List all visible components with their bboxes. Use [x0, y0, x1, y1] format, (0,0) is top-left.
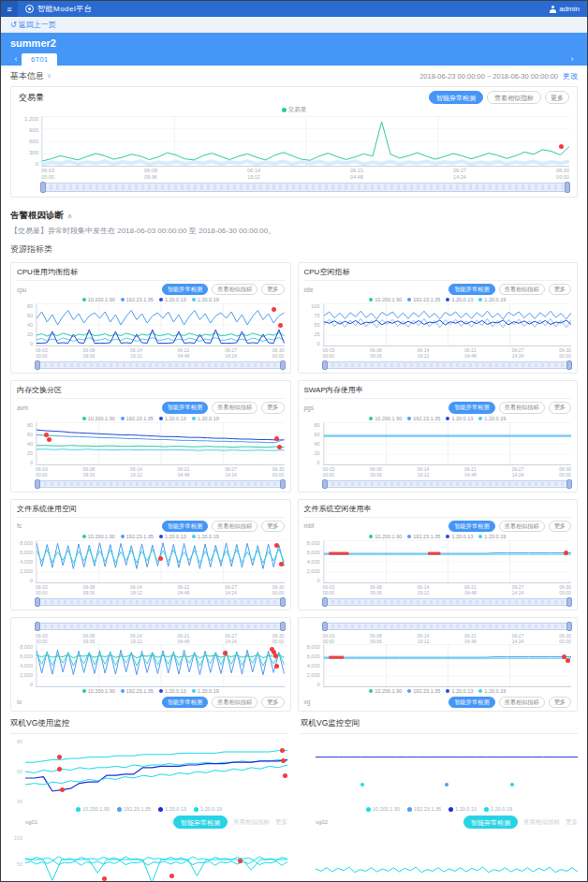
legend-item[interactable]: 1.20.0.13: [448, 806, 477, 812]
similar-metric-button[interactable]: 查看相似指标: [212, 521, 257, 532]
legend-item[interactable]: 1.20.0.13: [446, 416, 473, 421]
legend-item[interactable]: 10.200.1.90: [82, 688, 115, 694]
tab-6t01[interactable]: 6T01: [22, 53, 57, 66]
anomaly-detect-button[interactable]: 智能异常检测: [162, 284, 208, 295]
legend-item[interactable]: 1.20.0.19: [194, 806, 222, 812]
legend-item[interactable]: 10.200.1.90: [369, 534, 402, 539]
navigator-handle-left[interactable]: [35, 479, 40, 489]
anomaly-detect-button[interactable]: 智能异常检测: [448, 697, 494, 708]
chart-navigator[interactable]: [323, 623, 572, 630]
more-button[interactable]: 更多: [261, 521, 284, 532]
anomaly-dot[interactable]: [280, 748, 285, 753]
more-button[interactable]: 更多: [549, 402, 571, 413]
info-toggle[interactable]: 基本信息 ∨: [10, 70, 51, 82]
legend-item[interactable]: 1.20.0.13: [159, 416, 186, 421]
navigator-handle-left[interactable]: [35, 597, 40, 607]
transaction-line-chart[interactable]: [41, 116, 569, 167]
chart-navigator[interactable]: [36, 480, 285, 488]
legend-item[interactable]: 10.200.1.90: [82, 416, 115, 421]
legend-item[interactable]: 192.23.1.35: [407, 534, 440, 539]
line-chart[interactable]: [323, 303, 572, 346]
similar-metric-button[interactable]: 查看相似指标: [499, 284, 545, 295]
legend-item[interactable]: 交易量: [282, 106, 307, 114]
navigator-handle-right[interactable]: [566, 622, 572, 631]
anomaly-dot[interactable]: [102, 876, 107, 881]
legend-item[interactable]: 10.200.1.90: [369, 297, 402, 302]
more-button[interactable]: 更多: [545, 91, 569, 104]
chart-navigator[interactable]: [36, 598, 285, 606]
similar-metric-button[interactable]: 查看相似指标: [523, 818, 560, 827]
legend-item[interactable]: 10.200.1.90: [369, 416, 402, 421]
line-chart[interactable]: [323, 422, 572, 465]
navigator-handle-right[interactable]: [280, 597, 286, 607]
navigator-handle-right[interactable]: [566, 479, 572, 489]
line-chart[interactable]: [323, 540, 572, 583]
legend-item[interactable]: 10.200.1.90: [82, 297, 115, 302]
similar-metric-button[interactable]: 查看相似指标: [233, 818, 270, 827]
more-button[interactable]: 更多: [261, 284, 284, 295]
anomaly-dot[interactable]: [277, 445, 282, 449]
legend-item[interactable]: 1.20.0.19: [192, 688, 219, 694]
anomaly-dot[interactable]: [278, 323, 283, 328]
legend-item[interactable]: 192.23.1.35: [407, 688, 440, 694]
line-chart[interactable]: [36, 303, 285, 346]
anomaly-detect-button[interactable]: 智能异常检测: [448, 521, 494, 532]
anomaly-dot[interactable]: [47, 437, 51, 442]
legend-item[interactable]: 1.20.0.19: [478, 297, 506, 302]
legend-item[interactable]: 10.200.1.90: [76, 806, 110, 812]
back-link[interactable]: ↺ 返回上一页: [10, 20, 56, 30]
chart-navigator[interactable]: [323, 361, 572, 369]
chart-navigator[interactable]: [41, 183, 569, 192]
navigator-handle-left[interactable]: [35, 622, 40, 631]
legend-item[interactable]: 1.20.0.13: [446, 297, 473, 302]
line-chart[interactable]: [36, 422, 285, 465]
anomaly-dot[interactable]: [279, 562, 284, 566]
anomaly-dot[interactable]: [274, 543, 279, 548]
legend-item[interactable]: 1.20.0.19: [192, 416, 219, 421]
line-chart[interactable]: [36, 540, 285, 583]
line-chart[interactable]: [36, 644, 285, 687]
more-button[interactable]: 更多: [549, 697, 571, 708]
legend-item[interactable]: 1.20.0.13: [159, 688, 186, 694]
line-chart[interactable]: [316, 835, 578, 882]
similar-metric-button[interactable]: 查看相似指标: [499, 697, 545, 708]
chart-navigator[interactable]: [323, 480, 572, 488]
navigator-handle-right[interactable]: [280, 622, 286, 631]
anomaly-dot[interactable]: [60, 787, 65, 792]
legend-item[interactable]: 1.20.0.19: [478, 534, 506, 539]
more-button[interactable]: 更多: [549, 284, 571, 295]
anomaly-detect-button[interactable]: 智能异常检测: [162, 521, 208, 532]
chart-navigator[interactable]: [323, 598, 572, 606]
anomaly-detect-button[interactable]: 智能异常检测: [162, 402, 208, 413]
navigator-handle-left[interactable]: [40, 182, 46, 193]
legend-item[interactable]: 1.20.0.19: [192, 534, 219, 539]
legend-item[interactable]: 192.23.1.35: [407, 297, 440, 302]
user-menu[interactable]: admin: [549, 5, 580, 13]
line-chart[interactable]: [25, 835, 287, 882]
anomaly-dot[interactable]: [158, 556, 163, 561]
legend-item[interactable]: 192.23.1.35: [121, 688, 154, 694]
chart-navigator[interactable]: [36, 623, 285, 630]
legend-item[interactable]: 1.20.0.13: [158, 806, 186, 812]
legend-item[interactable]: 10.200.1.90: [82, 534, 115, 539]
more-button[interactable]: 更多: [549, 521, 571, 532]
similar-metric-button[interactable]: 查看相似指标: [487, 91, 541, 104]
anomaly-dot[interactable]: [238, 859, 243, 863]
navigator-handle-left[interactable]: [322, 360, 328, 370]
more-button[interactable]: 更多: [261, 402, 284, 413]
anomaly-dot[interactable]: [283, 773, 287, 778]
anomaly-dot[interactable]: [57, 755, 62, 759]
hamburger-icon[interactable]: ≡: [1, 1, 18, 17]
navigator-handle-left[interactable]: [322, 622, 328, 631]
line-chart[interactable]: [316, 739, 578, 804]
navigator-handle-right[interactable]: [566, 597, 572, 607]
legend-item[interactable]: 1.20.0.13: [446, 534, 473, 539]
anomaly-detect-button[interactable]: 智能异常检测: [173, 816, 228, 829]
change-date-link[interactable]: 更改: [563, 71, 578, 81]
navigator-handle-right[interactable]: [566, 360, 572, 370]
legend-item[interactable]: 192.23.1.35: [121, 297, 154, 302]
line-chart[interactable]: [25, 739, 287, 804]
navigator-handle-right[interactable]: [280, 479, 286, 489]
line-chart[interactable]: [323, 644, 572, 687]
collapse-icon[interactable]: ∧: [67, 213, 72, 220]
